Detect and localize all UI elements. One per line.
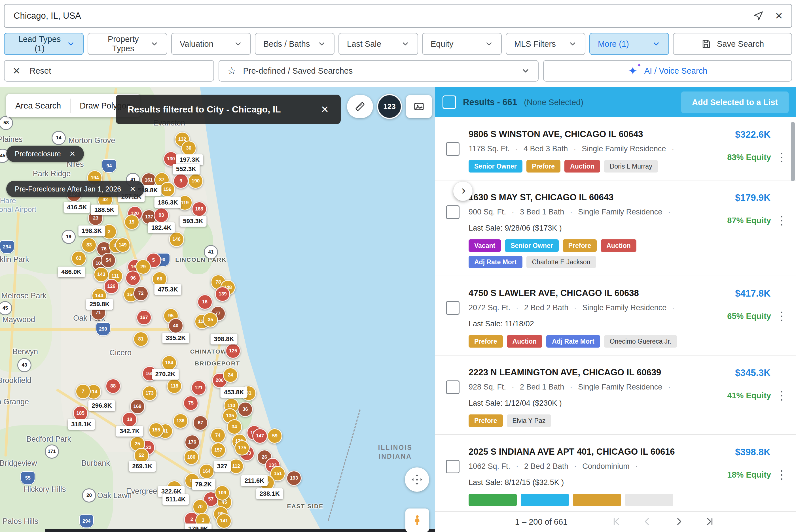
- scrollbar-thumb[interactable]: [791, 122, 795, 181]
- active-filter-chip[interactable]: Pre-Foreclosure After Jan 1, 2026✕: [6, 181, 144, 197]
- save-search-button[interactable]: Save Search: [673, 33, 792, 55]
- property-meta: 900 Sq. Ft.·3 Bed 1 Bath·Single Family R…: [468, 208, 689, 216]
- reset-button[interactable]: ✕ Reset: [4, 60, 214, 81]
- equity-percent: 87% Equity: [727, 216, 771, 225]
- map-price-marker[interactable]: 270.2K: [152, 369, 179, 380]
- map-price-marker[interactable]: 269.1K: [129, 461, 155, 472]
- equity-row: 65% Equity⋮: [727, 310, 788, 322]
- tag-indigo: Adj Rate Mort: [468, 256, 522, 268]
- more-options-icon[interactable]: ⋮: [776, 310, 788, 322]
- marker-count-toggle[interactable]: 123: [377, 94, 402, 119]
- toast-close-icon[interactable]: ✕: [321, 104, 329, 115]
- result-checkbox[interactable]: [446, 460, 460, 473]
- map-price-marker[interactable]: 342.7K: [116, 426, 143, 437]
- price-column: $417.8K65% Equity⋮: [694, 288, 788, 347]
- results-header: Results - 661 (None Selected) Add Select…: [435, 87, 796, 117]
- result-card[interactable]: 2025 S INDIANA AVE APT 401, CHICAGO IL 6…: [435, 435, 796, 512]
- property-address[interactable]: 1630 S MAY ST, CHICAGO IL 60643: [468, 192, 689, 203]
- price-column: $398.8K18% Equity⋮: [694, 447, 788, 506]
- map-attribution-bar: [45, 529, 435, 532]
- add-to-list-button[interactable]: Add Selected to a List: [681, 92, 789, 113]
- result-card[interactable]: 9806 S WINSTON AVE, CHICAGO IL 606431178…: [435, 117, 796, 180]
- result-checkbox[interactable]: [446, 142, 460, 156]
- map[interactable]: 942949029055294145845414119454317120 Eva…: [0, 87, 435, 532]
- result-checkbox[interactable]: [446, 205, 460, 219]
- result-checkbox[interactable]: [446, 380, 460, 394]
- filter-label: Lead Types (1): [13, 35, 67, 53]
- filter-valuation[interactable]: Valuation: [171, 33, 251, 55]
- map-price-marker[interactable]: 186.3K: [154, 197, 181, 208]
- save-icon: [701, 39, 711, 49]
- map-price-marker[interactable]: 238.1K: [256, 488, 283, 499]
- active-filter-chip[interactable]: Preforeclosure✕: [6, 146, 84, 162]
- expand-card-button[interactable]: ›: [453, 182, 473, 201]
- remove-chip-icon[interactable]: ✕: [70, 150, 76, 158]
- more-options-icon[interactable]: ⋮: [776, 390, 788, 401]
- result-checkbox[interactable]: [446, 301, 460, 315]
- saved-searches-dropdown[interactable]: ☆ Pre-defined / Saved Searches: [219, 60, 539, 81]
- map-price-marker[interactable]: 593.3K: [180, 216, 207, 227]
- property-meta: 2072 Sq. Ft.·2 Bed 2 Bath·Single Family …: [468, 303, 689, 312]
- last-sale: Last Sale: 8/12/15 ($32.5K ): [468, 478, 689, 487]
- property-address[interactable]: 2223 N LEAMINGTON AVE, CHICAGO IL 60639: [468, 367, 689, 378]
- map-price-marker[interactable]: 296.8K: [88, 400, 115, 411]
- pegman-control[interactable]: [405, 509, 429, 532]
- property-address[interactable]: 9806 S WINSTON AVE, CHICAGO IL 60643: [468, 129, 689, 139]
- equity-percent: 18% Equity: [727, 470, 771, 480]
- map-price-marker[interactable]: 198.3K: [78, 226, 105, 236]
- filter-lead-types-1[interactable]: Lead Types (1): [4, 33, 84, 55]
- more-options-icon[interactable]: ⋮: [776, 214, 788, 226]
- map-price-marker[interactable]: 511.4K: [163, 494, 189, 505]
- more-options-icon[interactable]: ⋮: [776, 151, 788, 163]
- filter-more-1[interactable]: More (1): [589, 33, 669, 55]
- map-price-marker[interactable]: 335.2K: [162, 332, 189, 343]
- tag-purple: Vacant: [468, 240, 501, 252]
- measure-tool-button[interactable]: [347, 95, 373, 118]
- more-options-icon[interactable]: ⋮: [776, 469, 788, 481]
- clear-search-icon[interactable]: ✕: [775, 11, 783, 21]
- map-price-marker[interactable]: 318.1K: [68, 419, 95, 430]
- map-price-marker[interactable]: 475.3K: [154, 284, 181, 295]
- filter-mls-filters[interactable]: MLS Filters: [506, 33, 586, 55]
- map-price-marker[interactable]: 398.8K: [210, 334, 238, 344]
- filter-dropdowns: Lead Types (1)Property TypesValuationBed…: [4, 33, 669, 55]
- map-price-marker[interactable]: 453.8K: [221, 387, 247, 398]
- photo-layer-button[interactable]: [406, 95, 432, 118]
- select-all-checkbox[interactable]: [443, 95, 456, 109]
- filter-property-types[interactable]: Property Types: [88, 33, 167, 55]
- map-price-marker[interactable]: 188.5K: [91, 205, 118, 215]
- property-address[interactable]: 2025 S INDIANA AVE APT 401, CHICAGO IL 6…: [468, 447, 689, 457]
- map-price-marker[interactable]: 79.2K: [192, 479, 216, 490]
- next-page-button[interactable]: [672, 516, 685, 528]
- toast-message: Results filtered to City - Chicago, IL: [128, 104, 310, 115]
- result-card[interactable]: 4750 S LAWLER AVE, CHICAGO IL 606382072 …: [435, 276, 796, 356]
- filter-beds-baths[interactable]: Beds / Baths: [255, 33, 334, 55]
- map-price-marker[interactable]: 327: [214, 461, 231, 472]
- last-page-button[interactable]: [704, 516, 716, 528]
- app-root: ✕ Lead Types (1)Property TypesValuationB…: [0, 0, 796, 532]
- map-price-marker[interactable]: 552.3K: [173, 164, 200, 174]
- chevron-left-icon: [642, 516, 652, 527]
- first-page-button[interactable]: [610, 516, 623, 528]
- ai-voice-search-button[interactable]: ✦ AI / Voice Search: [543, 60, 792, 81]
- filter-equity[interactable]: Equity: [422, 33, 502, 55]
- remove-chip-icon[interactable]: ✕: [130, 185, 136, 193]
- map-price-marker[interactable]: 259.8K: [86, 299, 113, 310]
- map-price-marker[interactable]: 182.4K: [148, 222, 175, 233]
- result-card[interactable]: ›1630 S MAY ST, CHICAGO IL 60643900 Sq. …: [435, 180, 796, 276]
- pan-control[interactable]: [405, 468, 429, 492]
- result-details: 2223 N LEAMINGTON AVE, CHICAGO IL 606399…: [468, 367, 694, 427]
- map-price-marker[interactable]: 211.6K: [241, 475, 268, 486]
- filter-last-sale[interactable]: Last Sale: [338, 33, 418, 55]
- area-search-tab[interactable]: Area Search: [6, 94, 70, 117]
- reset-x-icon: ✕: [13, 66, 21, 76]
- property-address[interactable]: 4750 S LAWLER AVE, CHICAGO IL 60638: [468, 288, 689, 298]
- map-price-marker[interactable]: 486.0K: [58, 267, 85, 277]
- navigate-icon[interactable]: [753, 11, 764, 21]
- map-price-marker[interactable]: 416.5K: [63, 202, 90, 213]
- equity-row: 18% Equity⋮: [727, 469, 788, 481]
- equity-row: 83% Equity⋮: [727, 151, 788, 163]
- result-card[interactable]: 2223 N LEAMINGTON AVE, CHICAGO IL 606399…: [435, 356, 796, 435]
- prev-page-button[interactable]: [641, 516, 654, 528]
- location-search-input[interactable]: [13, 11, 742, 21]
